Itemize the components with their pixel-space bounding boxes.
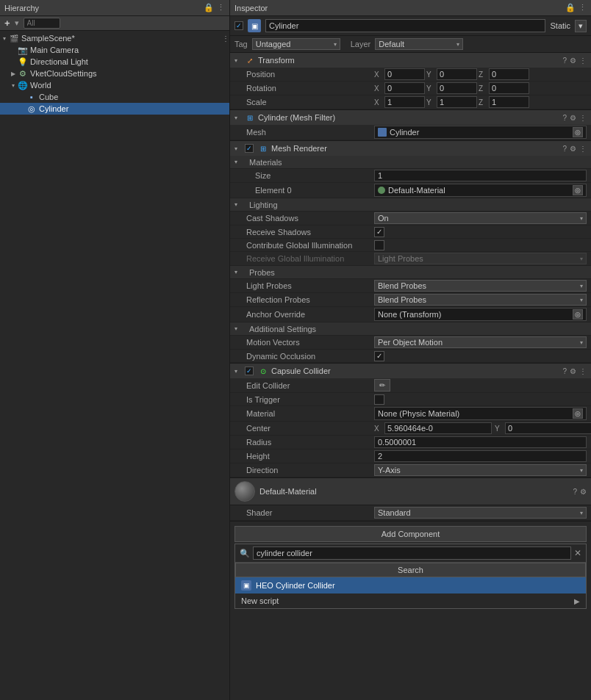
hierarchy-header: Hierarchy 🔒 ⋮ (0, 0, 229, 16)
lighting-section[interactable]: ▾ Lighting (230, 198, 591, 212)
mesh-value: Cylinder (390, 128, 419, 137)
motion-vectors-dropdown[interactable]: Per Object Motion ▾ (374, 336, 587, 348)
anchor-override-field[interactable]: None (Transform) ◎ (374, 308, 587, 321)
position-y-field[interactable] (437, 68, 477, 80)
object-name-field[interactable] (265, 19, 545, 32)
shader-dropdown[interactable]: Standard ▾ (374, 507, 587, 519)
transform-menu-icon[interactable]: ⋮ (579, 57, 587, 65)
rotation-x-field[interactable] (384, 82, 425, 94)
mesh-field[interactable]: Cylinder ◎ (374, 126, 587, 139)
object-enable-toggle[interactable] (234, 21, 243, 30)
capsule-collider-header[interactable]: ▾ ⊙ Capsule Collider ? ⚙ ⋮ (230, 364, 591, 378)
search-clear-button[interactable]: ✕ (574, 548, 581, 558)
receive-gi-row: Receive Global Illumination Light Probes… (230, 252, 591, 266)
element0-label: Element 0 (234, 186, 374, 195)
center-x-field[interactable] (384, 422, 492, 434)
size-field[interactable] (374, 170, 587, 181)
hierarchy-item-main-camera[interactable]: 📷 Main Camera (0, 44, 229, 56)
search-input[interactable] (253, 546, 571, 560)
element0-field[interactable]: Default-Material ◎ (374, 184, 587, 197)
is-trigger-checkbox[interactable] (374, 394, 384, 405)
inspector-lock-icon[interactable]: 🔒 (565, 3, 576, 12)
mesh-filter-menu-icon[interactable]: ⋮ (579, 114, 587, 122)
height-field[interactable] (374, 450, 587, 462)
mesh-renderer-settings-icon[interactable]: ⚙ (570, 145, 576, 153)
scale-x-field[interactable] (384, 96, 425, 108)
element0-pick-button[interactable]: ◎ (573, 185, 583, 195)
mesh-renderer-menu-icon[interactable]: ⋮ (579, 145, 587, 153)
hierarchy-item-world[interactable]: ▾ 🌐 World (0, 79, 229, 91)
transform-header[interactable]: ▾ ⤢ Transform ? ⚙ ⋮ (230, 53, 591, 68)
material-help-icon[interactable]: ? (573, 488, 577, 496)
materials-section[interactable]: ▾ Materials (230, 156, 591, 169)
direction-dropdown[interactable]: Y-Axis ▾ (374, 464, 587, 476)
transform-settings-icon[interactable]: ⚙ (570, 57, 576, 65)
probes-section[interactable]: ▾ Probes (230, 266, 591, 279)
hierarchy-item-directional-light[interactable]: 💡 Directional Light (0, 56, 229, 68)
mesh-renderer-header[interactable]: ▾ ⊞ Mesh Renderer ? ⚙ ⋮ (230, 141, 591, 156)
light-probes-dropdown[interactable]: Blend Probes ▾ (374, 280, 587, 292)
static-dropdown[interactable]: ▾ (575, 20, 587, 32)
capsule-collider-enable-toggle[interactable] (245, 367, 254, 375)
position-x-field[interactable] (384, 68, 425, 80)
collider-material-field[interactable]: None (Physic Material) ◎ (374, 407, 587, 420)
hierarchy-item-samplescene[interactable]: ▾ 🎬 SampleScene* ⋮ (0, 32, 229, 44)
contribute-gi-checkbox[interactable] (374, 240, 384, 250)
cast-shadows-dropdown[interactable]: On ▾ (374, 212, 587, 224)
material-circle-icon (378, 187, 385, 194)
hierarchy-menu-icon[interactable]: ⋮ (217, 3, 225, 12)
mesh-renderer-enable-toggle[interactable] (245, 144, 254, 153)
static-label: Static (550, 21, 570, 30)
motion-vectors-value: Per Object Motion (378, 338, 443, 347)
hierarchy-item-cube[interactable]: ▪ Cube (0, 91, 229, 103)
mesh-filter-help-icon[interactable]: ? (562, 114, 567, 122)
anchor-pick-button[interactable]: ◎ (573, 309, 583, 320)
scale-z-field[interactable] (489, 96, 529, 108)
dynamic-occlusion-checkbox[interactable] (374, 351, 384, 361)
collider-material-pick-button[interactable]: ◎ (573, 408, 583, 419)
light-probes-value: Blend Probes (378, 281, 426, 290)
x-label: X (374, 71, 383, 79)
rotation-z-field[interactable] (489, 82, 529, 94)
receive-gi-arrow-icon: ▾ (580, 256, 583, 262)
mesh-filter-settings-icon[interactable]: ⚙ (570, 114, 576, 122)
edit-collider-button[interactable]: ✏ (374, 379, 390, 392)
hierarchy-item-vket[interactable]: ▶ ⚙ VketCloudSettings (0, 68, 229, 79)
capsule-collider-settings-icon[interactable]: ⚙ (570, 367, 576, 375)
lighting-label: Lighting (243, 201, 278, 209)
radius-field[interactable] (374, 436, 587, 448)
material-header[interactable]: Default-Material ? ⚙ (230, 478, 591, 505)
inspector-menu-icon[interactable]: ⋮ (579, 3, 587, 12)
hierarchy-item-cylinder[interactable]: ◎ Cylinder (0, 103, 229, 115)
add-component-button[interactable]: Add Component (234, 526, 587, 542)
capsule-collider-menu-icon[interactable]: ⋮ (579, 367, 587, 375)
materials-arrow-icon: ▾ (234, 159, 243, 165)
transform-help-icon[interactable]: ? (562, 57, 567, 65)
add-component-area: Add Component 🔍 ✕ Search ▣ HEO Cylinder … (230, 522, 591, 613)
scene-menu-icon[interactable]: ⋮ (222, 35, 229, 43)
mesh-filter-header[interactable]: ▾ ⊞ Cylinder (Mesh Filter) ? ⚙ ⋮ (230, 110, 591, 125)
material-settings-icon[interactable]: ⚙ (580, 488, 587, 496)
mesh-pick-button[interactable]: ◎ (573, 127, 583, 137)
hierarchy-search-input[interactable] (24, 18, 60, 29)
additional-settings-section[interactable]: ▾ Additional Settings (230, 322, 591, 336)
capsule-collider-help-icon[interactable]: ? (562, 367, 567, 375)
center-label: Center (234, 424, 374, 433)
center-y-field[interactable] (505, 422, 591, 434)
reflection-probes-dropdown[interactable]: Blend Probes ▾ (374, 294, 587, 306)
position-z-field[interactable] (489, 68, 529, 80)
search-button[interactable]: Search (235, 563, 586, 577)
mesh-renderer-help-icon[interactable]: ? (562, 145, 567, 153)
layer-dropdown[interactable]: Default ▾ (375, 38, 463, 50)
rotation-y-field[interactable] (437, 82, 477, 94)
search-result-new-script[interactable]: New script ▶ (235, 593, 586, 608)
search-result-heo-cylinder[interactable]: ▣ HEO Cylinder Collider (235, 577, 586, 593)
scale-y-field[interactable] (437, 96, 477, 108)
hierarchy-lock-icon[interactable]: 🔒 (204, 3, 214, 12)
tag-dropdown[interactable]: Untagged ▾ (252, 38, 340, 50)
light-icon: 💡 (18, 57, 28, 67)
receive-shadows-checkbox[interactable] (374, 227, 384, 237)
dynamic-occlusion-row: Dynamic Occlusion (230, 350, 591, 363)
hierarchy-add-button[interactable]: + (4, 18, 10, 29)
receive-gi-dropdown[interactable]: Light Probes ▾ (374, 253, 587, 264)
